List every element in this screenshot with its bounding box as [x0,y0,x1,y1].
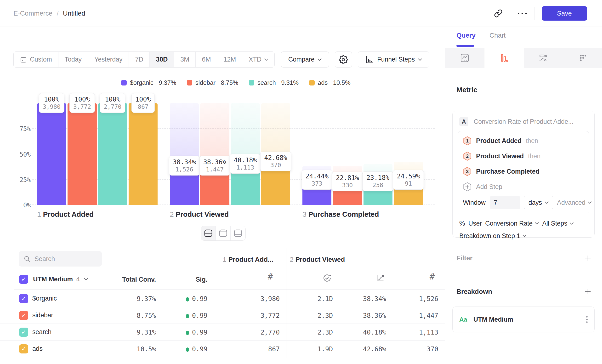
funnel-bar[interactable]: 24.59%91 [394,103,423,205]
row-time-to-convert: 2.3D [318,312,333,319]
table-row[interactable]: ✓sidebar8.75%0.993,7722.3D38.36%1,447 [0,307,445,324]
row-checkbox[interactable]: ✓ [19,344,28,353]
tab-more-reports[interactable] [563,48,602,68]
bar-pct: 22.81% [336,174,359,182]
legend-item[interactable]: $organic · 9.37% [121,79,176,86]
date-range-today[interactable]: Today [58,52,88,67]
breakdown-item[interactable]: AaUTM Medium [452,307,595,332]
tab-flows[interactable] [524,48,563,68]
step-label: 2Product Viewed [170,210,290,218]
funnel-bar[interactable]: 24.44%373 [302,103,331,205]
legend-item[interactable]: ads · 10.5% [309,79,351,86]
measure-scope-select[interactable]: All Steps [542,220,573,227]
bar-pct: 38.34% [173,158,196,166]
window-value-input[interactable] [490,196,520,209]
measure-type-select[interactable]: Conversion Rate [485,220,539,227]
select-all-checkbox[interactable]: ✓ [19,275,28,284]
add-breakdown-button[interactable] [584,288,591,295]
layout-chart-only-button[interactable] [216,226,231,240]
tab-insights[interactable] [445,48,484,68]
tab-query[interactable]: Query [456,32,476,43]
funnel-bar[interactable]: 100%867 [129,103,158,205]
bar-pct: 42.68% [264,154,287,162]
window-unit-select[interactable]: days [524,196,553,209]
more-menu-button[interactable] [516,7,529,20]
conv-rate-column-icon[interactable] [376,273,385,284]
breakdown-item-label: UTM Medium [473,316,513,323]
table-search[interactable] [19,251,102,267]
count-column-icon[interactable]: # [430,272,435,281]
total-conv-header[interactable]: Total Conv. [122,276,156,283]
date-range-3m[interactable]: 3M [174,52,196,67]
search-input[interactable] [34,255,94,263]
count-column-icon[interactable]: # [268,272,273,281]
legend-item[interactable]: search · 9.31% [249,79,299,86]
link-icon [494,9,503,18]
add-step-button[interactable]: Add Step [458,179,589,194]
legend-item[interactable]: sidebar · 8.75% [187,79,238,86]
bar-count: 370 [264,162,287,169]
add-filter-button[interactable] [584,255,591,262]
funnel-bar[interactable]: 23.18%258 [364,103,392,205]
sig-header[interactable]: Sig. [196,276,207,283]
chart-type-button[interactable]: Funnel Steps [358,52,429,67]
date-range-12m[interactable]: 12M [217,52,242,67]
query-step[interactable]: 1Product Addedthen [458,133,589,149]
row-checkbox[interactable]: ✓ [19,294,28,303]
bar-pct: 100% [135,96,150,103]
breakdown-on-select[interactable]: Breakdown on Step 1 [459,232,526,240]
funnel-bar[interactable]: 42.68%370 [261,103,290,205]
chevron-down-icon [523,235,526,237]
funnel-bar[interactable]: 40.18%1,113 [231,103,260,205]
layout-table-only-button[interactable] [231,226,246,240]
table-row[interactable]: ✓search9.31%0.992,7702.3D40.18%1,113 [0,324,445,341]
compare-button[interactable]: Compare [281,52,329,67]
chevron-down-icon [545,201,548,204]
y-tick-label: 50% [20,151,31,158]
time-to-convert-column-icon[interactable] [322,273,332,284]
save-button[interactable]: Save [542,6,587,21]
date-range-custom[interactable]: Custom [14,52,58,67]
tab-funnels[interactable] [484,48,524,68]
y-tick-label: 75% [20,125,31,132]
chart-settings-button[interactable] [335,52,352,67]
measure-entity[interactable]: User [468,220,482,227]
metric-card-header[interactable]: A Conversion Rate of Product Adde... [452,111,594,131]
breakdown-column-header[interactable]: ✓ UTM Medium 4 [19,275,88,284]
breadcrumb-current[interactable]: Untitled [63,10,85,17]
bottom-panel-icon [234,229,242,237]
query-step[interactable]: 2Product Viewedthen [458,149,589,164]
share-link-button[interactable] [492,7,505,20]
row-checkbox[interactable]: ✓ [19,328,28,337]
bar-count: 1,447 [203,166,226,173]
kebab-menu-icon[interactable] [586,316,588,323]
date-range-6m[interactable]: 6M [196,52,217,67]
date-range-xtd[interactable]: XTD [242,52,274,67]
step-number-badge: 3 [463,167,472,176]
layout-split-button[interactable] [201,226,216,240]
bar-pct: 40.18% [234,156,257,164]
bar-pct: 24.44% [305,172,328,180]
query-panel: Query Chart Metric A Conversion Rate of … [445,27,602,364]
funnel-step-group: 100%3,980100%3,772100%2,770100%8671Produ… [37,103,158,218]
funnel-bar[interactable]: 100%3,772 [67,103,97,205]
legend-label: search · 9.31% [258,79,299,86]
funnel-bar[interactable]: 38.34%1,526 [170,103,199,205]
tab-chart[interactable]: Chart [489,32,505,43]
advanced-toggle[interactable]: Advanced [557,199,592,206]
row-checkbox[interactable]: ✓ [19,311,28,320]
funnel-bar[interactable]: 38.36%1,447 [200,103,229,205]
funnel-bar[interactable]: 100%3,980 [37,103,66,205]
date-range-30d[interactable]: 30D [150,52,174,67]
date-range-yesterday[interactable]: Yesterday [88,52,129,67]
row-conv-rate: 38.36% [363,312,386,319]
chevron-down-icon [588,201,592,204]
query-step[interactable]: 3Purchase Completed [458,164,589,179]
funnel-bar[interactable]: 22.81%330 [333,103,362,205]
row-conv-rate: 38.34% [363,295,386,302]
breadcrumb-parent[interactable]: E-Commerce [13,10,53,17]
table-row[interactable]: ✓$organic9.37%0.993,9802.1D38.34%1,526 [0,290,445,307]
funnel-bar[interactable]: 100%2,770 [98,103,127,205]
table-row[interactable]: ✓ads10.5%0.998671.9D42.68%370 [0,341,445,357]
date-range-7d[interactable]: 7D [129,52,150,67]
